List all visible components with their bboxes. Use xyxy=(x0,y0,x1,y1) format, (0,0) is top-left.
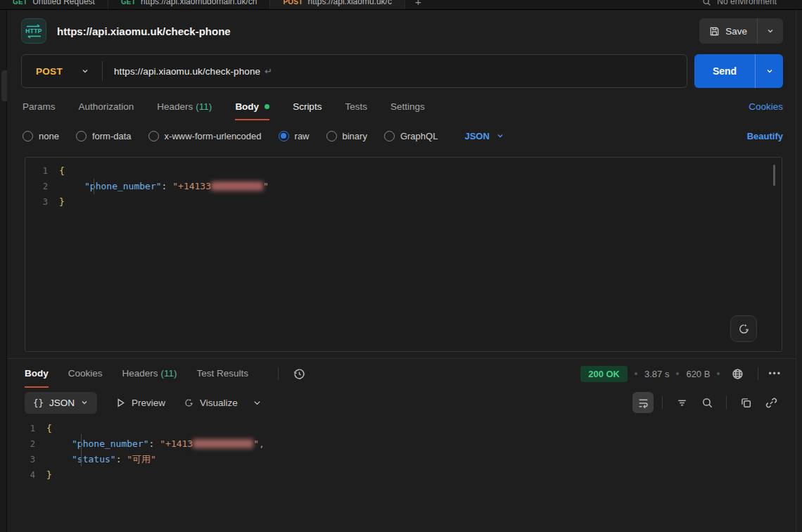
right-panel-rail xyxy=(796,10,802,532)
wrap-text-button[interactable] xyxy=(632,392,654,413)
code-line: 4 } xyxy=(7,467,796,483)
search-icon xyxy=(702,0,711,6)
line-number: 2 xyxy=(25,179,59,194)
visualize-label: Visualize xyxy=(200,398,238,408)
response-actions xyxy=(632,392,782,413)
json-key: "status" xyxy=(72,454,116,464)
radio-icon xyxy=(76,131,87,141)
response-history-button[interactable] xyxy=(288,363,310,384)
dot-separator xyxy=(635,372,637,375)
wrap-text-icon xyxy=(637,397,649,409)
indent-guide xyxy=(81,434,82,467)
radio-x-www-form-urlencoded[interactable]: x-www-form-urlencoded xyxy=(148,131,262,141)
preview-button[interactable]: Preview xyxy=(115,398,165,408)
response-tab-headers[interactable]: Headers(11) xyxy=(122,360,177,388)
tab-label: Untitled Request xyxy=(32,0,95,6)
code-line: 2 "phone_number": "+14133" xyxy=(25,179,782,194)
url-input[interactable]: https://api.xiaomu.uk/check-phone↵ xyxy=(103,66,284,77)
tab-settings[interactable]: Settings xyxy=(390,93,425,120)
tab-body[interactable]: Body xyxy=(235,93,269,120)
request-tab-untitled[interactable]: GET Untitled Request xyxy=(0,0,108,10)
tab-method-badge: GET xyxy=(13,0,27,6)
response-tab-body[interactable]: Body xyxy=(25,360,49,388)
url-input-container: POST https://api.xiaomu.uk/check-phone↵ xyxy=(21,54,687,88)
globe-icon xyxy=(732,368,744,380)
save-options-button[interactable] xyxy=(757,18,783,44)
tab-label: Tests xyxy=(345,101,367,112)
more-options-button[interactable]: ••• xyxy=(768,369,782,379)
radio-binary[interactable]: binary xyxy=(326,131,367,141)
code-token: : xyxy=(149,438,155,449)
tab-headers[interactable]: Headers(11) xyxy=(157,93,212,120)
request-tab-get-url[interactable]: GET https://api.xiaomudomain.uk/ch xyxy=(108,0,271,10)
response-format-selector[interactable]: {} JSON xyxy=(25,392,97,414)
save-split-button: Save xyxy=(699,18,783,44)
radio-none[interactable]: none xyxy=(23,131,59,141)
search-icon xyxy=(701,397,713,409)
send-options-button[interactable] xyxy=(755,54,783,88)
code-token: } xyxy=(59,194,65,210)
tab-label: Body xyxy=(235,101,259,112)
radio-label: raw xyxy=(295,131,310,141)
play-icon xyxy=(115,398,126,408)
radio-icon xyxy=(148,131,159,141)
search-response-button[interactable] xyxy=(696,392,718,413)
tab-tests[interactable]: Tests xyxy=(345,93,367,120)
json-value: " xyxy=(263,181,269,191)
tab-label: Authorization xyxy=(79,101,134,112)
tab-authorization[interactable]: Authorization xyxy=(79,93,134,120)
radio-label: x-www-form-urlencoded xyxy=(165,131,262,141)
json-value: "可用" xyxy=(127,454,156,464)
code-token: { xyxy=(46,421,52,436)
body-modified-dot xyxy=(265,104,269,109)
sidebar-drag-handle[interactable] xyxy=(1,70,7,101)
arrow-right-icon xyxy=(26,24,42,27)
radio-form-data[interactable]: form-data xyxy=(76,131,132,141)
sidebar-collapsed-rail[interactable] xyxy=(0,10,7,532)
cookies-link[interactable]: Cookies xyxy=(749,101,783,112)
response-tab-test-results[interactable]: Test Results xyxy=(197,360,249,388)
radio-icon xyxy=(23,131,33,141)
tab-label: Cookies xyxy=(68,368,103,379)
line-number: 3 xyxy=(7,452,46,467)
send-button[interactable]: Send xyxy=(694,54,755,88)
method-selector[interactable]: POST xyxy=(22,66,102,77)
radio-raw[interactable]: raw xyxy=(279,131,310,141)
redacted-phone-digits xyxy=(193,439,253,448)
request-body-editor[interactable]: 1 { 2 "phone_number": "+14133" 3 } xyxy=(25,157,782,352)
code-line: 1 { xyxy=(7,421,796,436)
environment-selector[interactable]: No environment xyxy=(702,0,802,6)
response-tab-cookies[interactable]: Cookies xyxy=(68,360,103,388)
headers-count: (11) xyxy=(196,101,212,112)
link-icon xyxy=(765,397,777,409)
sparkle-wand-icon xyxy=(184,398,194,408)
postbot-button[interactable] xyxy=(730,315,757,342)
response-body-viewer[interactable]: 1 { 2 "phone_number": "+1413", 3 "status… xyxy=(7,417,796,516)
visualize-button[interactable]: Visualize xyxy=(184,398,238,408)
network-info-button[interactable] xyxy=(727,363,748,384)
language-selector[interactable]: JSON xyxy=(464,131,504,141)
request-tab-post-url-active[interactable]: POST https://api.xiaomu.uk/c xyxy=(270,0,405,10)
postman-window: GET Untitled Request GET https://api.xia… xyxy=(0,0,802,532)
request-title: https://api.xiaomu.uk/check-phone xyxy=(57,25,231,37)
tab-scripts[interactable]: Scripts xyxy=(293,93,322,120)
copy-response-button[interactable] xyxy=(735,392,756,413)
tab-method-badge: GET xyxy=(121,0,136,6)
format-options-button[interactable] xyxy=(252,398,262,408)
link-button[interactable] xyxy=(760,392,782,413)
editor-scrollbar[interactable] xyxy=(773,165,775,186)
radio-graphql[interactable]: GraphQL xyxy=(384,131,438,141)
json-value: "+1413 xyxy=(160,438,193,449)
http-request-icon: HTTP xyxy=(21,18,46,44)
save-button[interactable]: Save xyxy=(699,18,757,44)
line-number: 2 xyxy=(7,436,46,452)
code-line: 3 } xyxy=(25,194,782,210)
beautify-link[interactable]: Beautify xyxy=(747,131,783,141)
tab-params[interactable]: Params xyxy=(23,93,56,120)
new-tab-button[interactable]: + xyxy=(405,0,431,8)
filter-button[interactable] xyxy=(671,392,692,413)
request-header: HTTP https://api.xiaomu.uk/check-phone S… xyxy=(7,10,796,52)
response-time: 3.87 s xyxy=(644,369,669,379)
history-clock-icon xyxy=(293,368,305,380)
save-icon xyxy=(709,26,720,37)
